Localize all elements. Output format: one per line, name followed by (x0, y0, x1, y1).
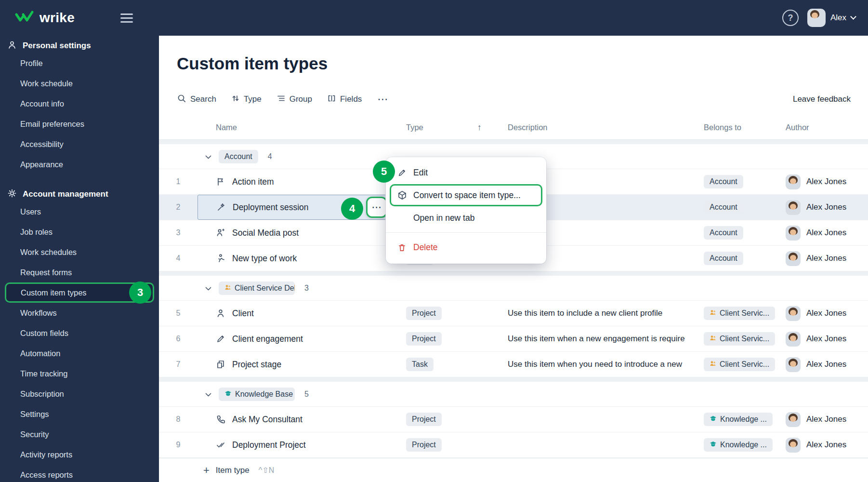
row-actions: ⋯ (366, 197, 387, 218)
type-badge: Project (406, 307, 442, 320)
plus-icon: + (203, 465, 210, 476)
sidebar-item-work-schedules[interactable]: Work schedules (0, 242, 159, 262)
row-more-button[interactable]: ⋯ (366, 197, 387, 218)
sidebar-item-activity-reports[interactable]: Activity reports (0, 444, 159, 465)
menu-item-open-in-new-tab[interactable]: Open in new tab (386, 207, 546, 228)
sidebar-item-time-tracking[interactable]: Time tracking (0, 363, 159, 384)
brand-name: wrike (39, 10, 75, 26)
sidebar-item-automation[interactable]: Automation (0, 343, 159, 363)
column-type[interactable]: Type ↑ (406, 122, 508, 133)
author-name: Alex Jones (806, 177, 846, 187)
group-separator (159, 377, 868, 382)
column-name[interactable]: Name (197, 123, 406, 132)
people-icon (710, 360, 716, 369)
group-button[interactable]: Group (277, 94, 312, 105)
sort-ascending-icon[interactable]: ↑ (477, 122, 482, 133)
fields-button[interactable]: Fields (328, 94, 362, 105)
menu-item-edit[interactable]: Edit (386, 162, 546, 183)
main-content: Custom item types Search Type Group Fiel… (159, 36, 868, 482)
group-header-client-service-delivery[interactable]: Client Service Delivery 3 (159, 276, 868, 301)
item-name: Client (232, 308, 254, 319)
chevron-down-icon[interactable] (205, 284, 211, 293)
sidebar-item-custom-fields[interactable]: Custom fields (0, 323, 159, 343)
author-name: Alex Jones (806, 440, 846, 450)
table-row[interactable]: 9 Deployment Project Project Knowledge .… (159, 432, 868, 458)
leave-feedback-link[interactable]: Leave feedback (793, 94, 851, 104)
gear-icon (8, 189, 16, 200)
person-icon (216, 308, 225, 318)
author-avatar (786, 200, 801, 215)
column-belongs-to[interactable]: Belongs to (704, 123, 786, 132)
item-name-cell[interactable]: Client (197, 301, 406, 326)
keyboard-shortcut: ^⇧N (259, 466, 274, 475)
sidebar-item-account-info[interactable]: Account info (0, 94, 159, 114)
sidebar-item-profile[interactable]: Profile (0, 53, 159, 73)
top-bar: wrike ? Alex (0, 0, 868, 36)
graduation-cap-icon (710, 441, 717, 449)
item-name-cell[interactable]: Client engagement (197, 326, 406, 351)
sidebar-item-job-roles[interactable]: Job roles (0, 222, 159, 242)
sidebar-item-request-forms[interactable]: Request forms (0, 262, 159, 282)
sidebar-item-work-schedule[interactable]: Work schedule (0, 73, 159, 94)
item-name: Client engagement (232, 334, 303, 344)
user-menu[interactable]: Alex (807, 9, 855, 27)
sidebar-item-access-reports[interactable]: Access reports (0, 465, 159, 482)
group-badge: Client Service Delivery (219, 281, 295, 295)
belongs-to-badge[interactable]: Account (704, 201, 743, 214)
phone-icon (216, 415, 225, 424)
add-item-type-row[interactable]: + Item type ^⇧N (159, 458, 868, 482)
sidebar-item-users[interactable]: Users (0, 201, 159, 222)
sidebar-item-subscription[interactable]: Subscription (0, 384, 159, 404)
belongs-to-badge[interactable]: Account (704, 226, 743, 240)
belongs-to-badge[interactable]: Knowledge ... (704, 413, 773, 426)
table-row[interactable]: 6 Client engagement Project Use this ite… (159, 326, 868, 352)
column-author[interactable]: Author (786, 123, 868, 132)
help-icon[interactable]: ? (782, 10, 799, 26)
sidebar-item-workflows[interactable]: Workflows (0, 303, 159, 323)
item-name-cell[interactable]: New type of work (197, 246, 406, 271)
graduation-cap-icon (710, 415, 717, 424)
wrike-logo[interactable]: wrike (0, 10, 120, 26)
item-name-cell[interactable]: Project stage (197, 352, 406, 377)
sidebar-item-email-preferences[interactable]: Email preferences (0, 114, 159, 134)
author-name: Alex Jones (806, 308, 846, 318)
chevron-down-icon[interactable] (205, 152, 211, 161)
row-number: 7 (159, 360, 197, 369)
belongs-to-badge[interactable]: Client Servic... (704, 358, 775, 371)
sidebar-item-appearance[interactable]: Appearance (0, 154, 159, 174)
table-row[interactable]: 7 Project stage Task Use this item when … (159, 352, 868, 377)
author-avatar (786, 306, 801, 321)
type-sort-button[interactable]: Type (232, 94, 262, 105)
group-badge: Account (219, 150, 258, 163)
sidebar-item-settings[interactable]: Settings (0, 404, 159, 424)
page-title: Custom item types (159, 36, 868, 74)
belongs-to-badge[interactable]: Client Servic... (704, 332, 775, 346)
sidebar-item-security[interactable]: Security (0, 424, 159, 444)
row-number: 3 (159, 228, 197, 237)
sidebar-item-accessibility[interactable]: Accessibility (0, 134, 159, 154)
chevron-down-icon[interactable] (205, 390, 211, 399)
table-row[interactable]: 8 Ask My Consultant Project Knowledge ..… (159, 407, 868, 432)
item-name-cell[interactable]: Deployment Project (197, 432, 406, 457)
route-person-icon (216, 254, 225, 263)
row-context-menu: Edit Convert to space item type... Open … (386, 157, 546, 264)
column-description[interactable]: Description (508, 123, 704, 132)
menu-item-convert-to-space-item-type[interactable]: Convert to space item type... (390, 184, 542, 206)
belongs-to-badge[interactable]: Account (704, 252, 743, 265)
item-name-cell[interactable]: Ask My Consultant (197, 407, 406, 432)
toolbar-more-icon[interactable]: ⋯ (377, 93, 388, 106)
settings-sidebar: Personal settings Profile Work schedule … (0, 36, 159, 482)
chevron-down-icon (850, 13, 856, 20)
group-header-knowledge-base[interactable]: Knowledge Base 5 (159, 382, 868, 407)
user-name: Alex (830, 13, 846, 23)
belongs-to-badge[interactable]: Client Servic... (704, 307, 775, 320)
belongs-to-badge[interactable]: Knowledge ... (704, 438, 773, 452)
belongs-to-badge[interactable]: Account (704, 175, 743, 188)
table-row[interactable]: 5 Client Project Use this item to includ… (159, 301, 868, 326)
hamburger-menu-icon[interactable] (120, 13, 133, 23)
search-button[interactable]: Search (177, 94, 216, 105)
item-name-cell[interactable]: Social Media post (197, 220, 406, 245)
group-count: 4 (268, 152, 272, 161)
menu-item-delete[interactable]: Delete (386, 237, 546, 258)
type-badge: Project (406, 438, 442, 452)
